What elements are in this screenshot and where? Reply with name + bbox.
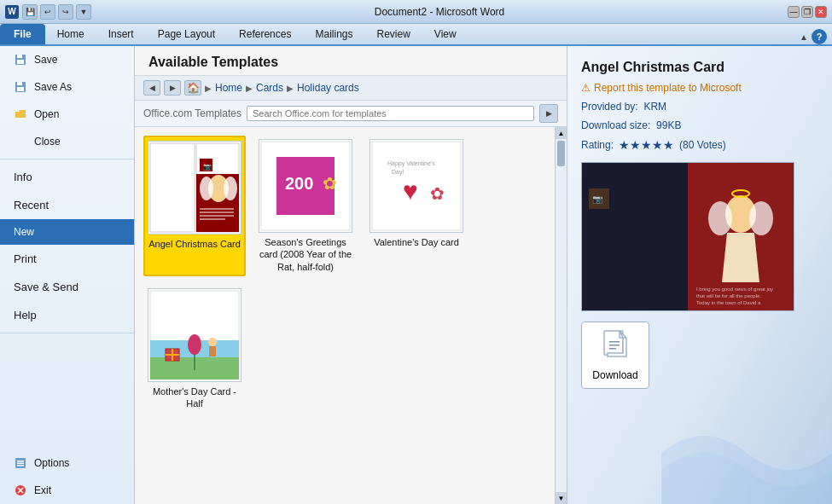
- ribbon-right: ▲ ?: [800, 29, 832, 44]
- rating-label: Rating:: [581, 139, 614, 151]
- breadcrumb-forward-button[interactable]: ▶: [164, 80, 181, 96]
- breadcrumb-home-label[interactable]: Home: [215, 82, 242, 94]
- save-icon: [14, 53, 27, 67]
- main-layout: Save Save As Open Close Info Recent New …: [0, 46, 832, 504]
- menu-separator-1: [0, 159, 134, 159]
- document-icon: [602, 329, 628, 366]
- download-button[interactable]: Download: [581, 322, 649, 389]
- breadcrumb-holiday-cards[interactable]: Holiday cards: [297, 82, 359, 94]
- minimize-button[interactable]: —: [788, 6, 800, 18]
- breadcrumb-cards[interactable]: Cards: [256, 82, 283, 94]
- file-menu-new[interactable]: New: [0, 219, 134, 245]
- stars-display: ★★★★★: [619, 138, 674, 152]
- svg-rect-9: [17, 465, 24, 466]
- templates-header: Available Templates: [135, 46, 567, 76]
- saveas-label: Save As: [34, 81, 72, 93]
- svg-rect-58: [609, 348, 616, 350]
- file-menu-open[interactable]: Open: [0, 101, 134, 128]
- svg-point-50: [749, 201, 773, 235]
- svg-point-49: [708, 201, 732, 235]
- svg-text:Today in the town of David a: Today in the town of David a: [696, 300, 761, 305]
- svg-rect-1: [17, 55, 22, 58]
- search-input[interactable]: [247, 106, 534, 121]
- provided-by-value[interactable]: KRM: [643, 101, 666, 113]
- file-menu-help[interactable]: Help: [0, 301, 134, 329]
- breadcrumb-arrow-3: ▶: [287, 84, 294, 93]
- tab-home[interactable]: Home: [45, 25, 96, 44]
- ribbon-help-button[interactable]: ?: [812, 29, 827, 44]
- svg-text:📷: 📷: [203, 162, 212, 171]
- templates-grid: 📷: [135, 127, 555, 504]
- svg-point-20: [224, 177, 237, 200]
- report-link[interactable]: ⚠ Report this template to Microsoft: [581, 82, 818, 94]
- download-size-label: Download size:: [581, 119, 650, 131]
- scroll-down-button[interactable]: ▼: [556, 492, 567, 504]
- title-bar-left: W 💾 ↩ ↪ ▼: [5, 4, 91, 20]
- template-thumb-angel: 📷: [148, 141, 241, 235]
- report-label[interactable]: Report this template to Microsoft: [594, 82, 742, 94]
- svg-text:200: 200: [285, 174, 313, 193]
- ribbon-collapse-icon[interactable]: ▲: [800, 32, 808, 42]
- exit-label: Exit: [34, 484, 51, 496]
- tab-file[interactable]: File: [0, 24, 45, 44]
- download-size-value: 99KB: [656, 119, 681, 131]
- scroll-up-button[interactable]: ▲: [556, 127, 567, 139]
- svg-point-19: [200, 177, 213, 200]
- svg-rect-5: [17, 87, 24, 91]
- file-menu-close[interactable]: Close: [0, 128, 134, 155]
- redo-tool-icon[interactable]: ↪: [58, 4, 73, 20]
- breadcrumb-arrow-2: ▶: [246, 84, 253, 93]
- file-menu-info[interactable]: Info: [0, 163, 134, 191]
- template-angel-christmas[interactable]: 📷: [143, 136, 246, 276]
- svg-rect-13: [150, 143, 195, 232]
- scroll-track[interactable]: [556, 139, 567, 492]
- provided-by: Provided by: KRM: [581, 101, 818, 113]
- svg-rect-7: [17, 461, 24, 462]
- tab-mailings[interactable]: Mailings: [303, 25, 364, 44]
- file-menu-exit[interactable]: Exit: [0, 477, 134, 504]
- file-menu-saveas[interactable]: Save As: [0, 73, 134, 101]
- save-label: Save: [34, 54, 57, 66]
- template-label-seasons: Season's Greetings card (2008 Year of th…: [258, 236, 353, 273]
- close-button[interactable]: ✕: [815, 6, 827, 18]
- template-valentines[interactable]: Happy Valentine's Day! ♥ ✿ Valentine's D…: [365, 136, 468, 276]
- tab-view[interactable]: View: [422, 25, 468, 44]
- file-menu-recent[interactable]: Recent: [0, 191, 134, 219]
- search-label: Office.com Templates: [143, 107, 241, 119]
- close-file-icon: [14, 135, 27, 148]
- templates-scrollbar[interactable]: ▲ ▼: [555, 127, 567, 504]
- svg-point-39: [208, 338, 217, 346]
- title-bar: W 💾 ↩ ↪ ▼ Document2 - Microsoft Word — ❐…: [0, 0, 832, 24]
- scroll-thumb[interactable]: [557, 141, 565, 166]
- wave-decoration: [661, 402, 832, 504]
- file-menu: Save Save As Open Close Info Recent New …: [0, 46, 135, 504]
- template-label-mothers: Mother's Day Card - Half: [147, 385, 242, 410]
- svg-text:I bring you good news of great: I bring you good news of great joy: [696, 287, 773, 292]
- svg-rect-4: [17, 82, 22, 85]
- file-menu-print[interactable]: Print: [0, 245, 134, 273]
- file-menu-save[interactable]: Save: [0, 46, 134, 73]
- save-tool-icon[interactable]: 💾: [22, 4, 38, 20]
- template-label-valentines: Valentine's Day card: [374, 236, 459, 248]
- breadcrumb-bar: ◀ ▶ 🏠 ▶ Home ▶ Cards ▶ Holiday cards: [135, 76, 567, 101]
- svg-text:Day!: Day!: [392, 169, 404, 176]
- more-tool-icon[interactable]: ▼: [76, 4, 91, 20]
- open-label: Open: [34, 108, 59, 120]
- file-menu-save-send[interactable]: Save & Send: [0, 273, 134, 301]
- svg-rect-57: [609, 345, 620, 346]
- template-mothers-day[interactable]: Mother's Day Card - Half: [143, 285, 246, 414]
- restore-button[interactable]: ❐: [801, 6, 813, 18]
- tab-review[interactable]: Review: [364, 25, 422, 44]
- search-go-button[interactable]: ▶: [539, 104, 558, 123]
- tab-page-layout[interactable]: Page Layout: [146, 25, 227, 44]
- breadcrumb-back-button[interactable]: ◀: [143, 80, 160, 96]
- breadcrumb-home-button[interactable]: 🏠: [184, 80, 201, 96]
- template-seasons-greetings[interactable]: 200 ✿ Season's Greetings card (2008 Year…: [254, 136, 357, 276]
- tab-insert[interactable]: Insert: [96, 25, 146, 44]
- file-menu-options[interactable]: Options: [0, 449, 134, 477]
- votes-count: (80 Votes): [679, 139, 726, 151]
- menu-separator-2: [0, 333, 134, 333]
- tab-references[interactable]: References: [227, 25, 303, 44]
- undo-tool-icon[interactable]: ↩: [40, 4, 55, 20]
- template-label-angel: Angel Christmas Card: [148, 238, 241, 250]
